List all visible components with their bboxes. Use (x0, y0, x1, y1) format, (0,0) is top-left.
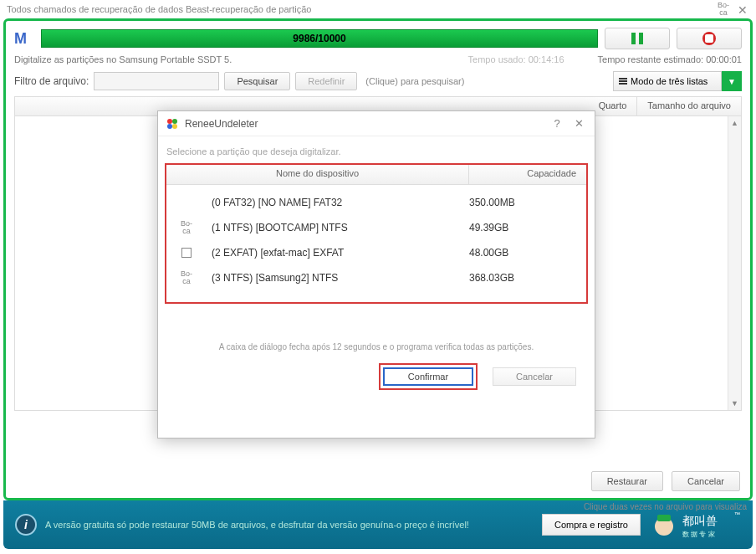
svg-rect-1 (657, 515, 671, 521)
partition-capacity: 368.03GB (469, 272, 586, 284)
close-icon[interactable]: ✕ (738, 3, 749, 15)
col-quarto[interactable]: Quarto (589, 97, 638, 115)
partition-name: (2 EXFAT) [exfat-mac] EXFAT (207, 247, 469, 259)
svg-point-7 (167, 124, 172, 129)
help-icon[interactable]: ? (549, 117, 564, 130)
preview-hint: Clique duas vezes no arquivo para visual… (584, 502, 747, 511)
buy-button[interactable]: Compra e registro (542, 514, 641, 536)
partition-icon (166, 248, 207, 258)
titlebar: Todos chamados de recuperação de dados B… (0, 0, 756, 18)
partition-icon: Bo- ca (166, 220, 207, 235)
drive-letter: M (14, 30, 34, 48)
svg-point-6 (172, 119, 177, 124)
info-icon: i (15, 514, 37, 536)
dialog-subtitle: Selecione a partição que deseja digitali… (158, 136, 595, 163)
partition-table-body: (0 FAT32) [NO NAME] FAT32350.00MBBo- ca(… (166, 185, 586, 302)
dialog-close-icon[interactable]: ✕ (571, 117, 586, 130)
svg-point-8 (172, 124, 177, 129)
reset-button[interactable]: Redefinir (295, 72, 357, 90)
scrollbar[interactable]: ▲ ▼ (728, 116, 741, 410)
col-size[interactable]: Tamanho do arquivo (637, 97, 741, 115)
partition-icon: Bo- ca (166, 270, 207, 285)
search-hint: (Clique) para pesquisar) (365, 76, 464, 86)
filter-row: Filtro de arquivo: Pesquisar Redefinir (… (14, 71, 742, 91)
view-mode-select[interactable]: Modo de três listas ▼ (613, 71, 742, 91)
pause-button[interactable] (605, 28, 670, 49)
svg-text:都叫兽: 都叫兽 (682, 514, 718, 527)
partition-name: (3 NTFS) [Samsung2] NTFS (207, 272, 469, 284)
dialog-cancel-button[interactable]: Cancelar (493, 367, 576, 386)
status-row: Digitalize as partições no Samsung Porta… (14, 54, 742, 64)
progress-bar: 9986/10000 (41, 29, 598, 48)
dialog-buttons: Confirmar Cancelar (158, 351, 595, 390)
confirm-button[interactable]: Confirmar (383, 367, 473, 386)
mode-label: Modo de três listas (631, 76, 707, 86)
list-icon (619, 78, 627, 85)
col-capacity: Capacidade (469, 165, 586, 184)
footer-message: A versão gratuita só pode restaurar 50MB… (45, 520, 534, 530)
time-used: Tempo usado: 00:14:16 (468, 54, 564, 64)
app-icon (166, 118, 178, 130)
stop-button[interactable] (677, 28, 742, 49)
col-device: Nome do dispositivo (166, 165, 469, 184)
restore-button[interactable]: Restaurar (591, 471, 663, 491)
cancel-button[interactable]: Cancelar (672, 471, 740, 491)
partition-row[interactable]: Bo- ca(3 NTFS) [Samsung2] NTFS368.03GB (166, 265, 586, 290)
svg-text:™: ™ (734, 511, 740, 517)
scroll-up-icon[interactable]: ▲ (728, 116, 741, 130)
checkbox-icon[interactable] (181, 248, 192, 258)
partition-row[interactable]: Bo- ca(1 NTFS) [BOOTCAMP] NTFS49.39GB (166, 215, 586, 240)
bottom-buttons: Restaurar Cancelar (591, 471, 740, 491)
window-title: Todos chamados de recuperação de dados B… (7, 4, 718, 14)
partition-capacity: 350.00MB (469, 197, 586, 208)
dropdown-arrow-icon[interactable]: ▼ (722, 71, 742, 91)
partition-table-header: Nome do dispositivo Capacidade (166, 165, 586, 185)
partition-row[interactable]: (2 EXFAT) [exfat-mac] EXFAT48.00GB (166, 240, 586, 265)
dialog-titlebar: ReneeUndeleter ? ✕ (158, 111, 595, 136)
partition-row[interactable]: (0 FAT32) [NO NAME] FAT32350.00MB (166, 190, 586, 215)
confirm-highlight: Confirmar (379, 363, 478, 390)
svg-text:数 据 专 家: 数 据 专 家 (682, 531, 715, 538)
dialog-note: A caixa de diálogo fecha após 12 segundo… (158, 342, 595, 351)
boca-label: Bo- ca (718, 2, 729, 17)
scan-status-text: Digitalize as partições no Samsung Porta… (14, 54, 468, 64)
dialog-title: ReneeUndeleter (185, 118, 258, 130)
svg-point-5 (167, 119, 172, 124)
progress-text: 9986/10000 (293, 33, 345, 44)
partition-dialog: ReneeUndeleter ? ✕ Selecione a partição … (157, 110, 595, 439)
progress-row: M 9986/10000 (14, 28, 742, 49)
partition-capacity: 48.00GB (469, 247, 586, 259)
partition-table: Nome do dispositivo Capacidade (0 FAT32)… (165, 163, 588, 304)
time-remaining: Tempo restante estimado: 00:00:01 (598, 54, 742, 64)
partition-name: (0 FAT32) [NO NAME] FAT32 (207, 197, 469, 208)
stop-icon (702, 32, 716, 45)
scroll-down-icon[interactable]: ▼ (728, 397, 741, 410)
filter-label: Filtro de arquivo: (14, 75, 89, 87)
mascot-logo: 都叫兽数 据 专 家™ (649, 506, 741, 543)
pause-icon (631, 33, 643, 44)
partition-capacity: 49.39GB (469, 222, 586, 233)
filter-input[interactable] (94, 72, 219, 90)
search-button[interactable]: Pesquisar (224, 72, 290, 90)
partition-name: (1 NTFS) [BOOTCAMP] NTFS (207, 222, 469, 233)
